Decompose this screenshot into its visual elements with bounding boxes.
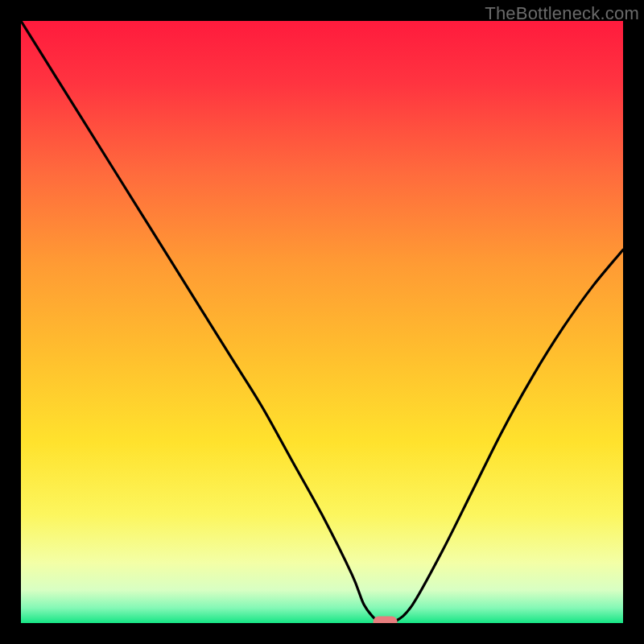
chart-svg: [21, 21, 623, 623]
plot-area: [21, 21, 623, 623]
gradient-background: [21, 21, 623, 623]
watermark-text: TheBottleneck.com: [485, 3, 639, 24]
optimal-marker: [374, 617, 398, 623]
chart-frame: TheBottleneck.com: [0, 0, 644, 644]
